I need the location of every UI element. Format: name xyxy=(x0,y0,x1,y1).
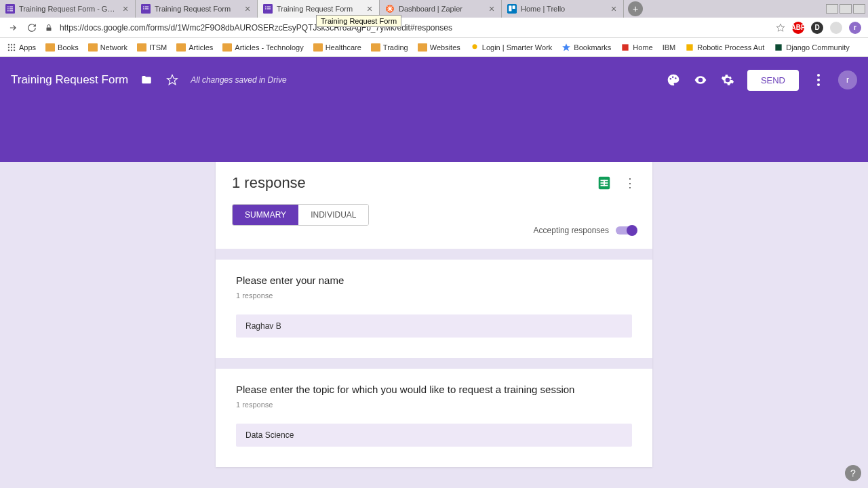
bookmark-link[interactable]: Login | Smarter Work xyxy=(470,43,553,52)
svg-point-41 xyxy=(817,83,820,86)
bookmarks-bar: Apps Books Network ITSM Articles Article… xyxy=(0,38,868,57)
bookmark-folder[interactable]: Articles - Technology xyxy=(222,43,303,52)
close-window-button[interactable] xyxy=(853,4,865,14)
svg-rect-5 xyxy=(7,10,9,11)
svg-point-27 xyxy=(14,46,15,47)
sheets-button[interactable] xyxy=(597,176,612,190)
svg-rect-8 xyxy=(143,7,144,7)
tab-tooltip: Training Request Form xyxy=(316,15,401,27)
folder-icon xyxy=(88,43,98,52)
response-answer: Raghav B xyxy=(236,314,632,338)
apps-icon xyxy=(7,43,16,52)
svg-rect-18 xyxy=(507,4,517,14)
maximize-button[interactable] xyxy=(840,4,852,14)
bookmark-link[interactable]: Bookmarks xyxy=(561,43,611,52)
bookmark-link[interactable]: IBM xyxy=(663,43,676,52)
svg-rect-19 xyxy=(509,5,511,11)
window-controls xyxy=(826,4,868,14)
folder-icon xyxy=(45,43,55,52)
tab-title: Home | Trello xyxy=(521,5,606,13)
bookmark-folder[interactable]: Books xyxy=(45,43,79,52)
save-status: All changes saved in Drive xyxy=(191,75,286,85)
minimize-button[interactable] xyxy=(826,4,838,14)
forms-header: Training Request Form All changes saved … xyxy=(0,57,868,162)
browser-tab[interactable]: Training Request Form - Google × xyxy=(0,0,136,18)
star-button[interactable] xyxy=(165,73,180,87)
close-icon[interactable]: × xyxy=(610,5,618,13)
bookmark-folder[interactable]: Trading xyxy=(371,43,408,52)
avatar[interactable]: r xyxy=(838,70,857,89)
folder-icon xyxy=(418,43,427,52)
svg-rect-14 xyxy=(267,7,271,7)
bulb-icon xyxy=(470,43,479,52)
question-response-count: 1 response xyxy=(236,401,632,409)
accepting-toggle[interactable] xyxy=(616,226,636,235)
browser-tab[interactable]: Home | Trello × xyxy=(502,0,624,18)
tab-title: Training Request Form xyxy=(155,5,239,13)
summary-button[interactable]: SUMMARY xyxy=(233,205,298,225)
bookmark-apps[interactable]: Apps xyxy=(7,43,36,52)
question-block: Please enter your name 1 response Raghav… xyxy=(216,260,652,358)
individual-button[interactable]: INDIVIDUAL xyxy=(298,205,368,225)
google-forms-icon xyxy=(263,4,273,14)
close-icon[interactable]: × xyxy=(243,5,252,13)
svg-rect-20 xyxy=(513,5,515,9)
extension-icon[interactable]: D xyxy=(811,22,823,34)
tab-title: Training Request Form xyxy=(277,5,361,13)
folder-icon xyxy=(313,43,323,52)
bookmark-link[interactable]: Home xyxy=(620,43,652,52)
form-title[interactable]: Training Request Form xyxy=(11,73,128,87)
view-toggle: SUMMARY INDIVIDUAL xyxy=(232,204,369,226)
folder-button[interactable] xyxy=(139,73,154,87)
google-forms-icon xyxy=(5,4,15,14)
close-icon[interactable]: × xyxy=(488,5,496,13)
folder-icon xyxy=(222,43,232,52)
new-tab-button[interactable]: + xyxy=(628,1,643,16)
bookmark-folder[interactable]: Websites xyxy=(418,43,460,52)
close-icon[interactable]: × xyxy=(366,5,374,13)
bookmark-link[interactable]: Django Community xyxy=(774,43,850,52)
browser-tab-strip: Training Request Form - Google × Trainin… xyxy=(0,0,868,18)
star-icon[interactable] xyxy=(776,23,785,33)
svg-rect-10 xyxy=(143,8,144,9)
svg-point-40 xyxy=(817,79,820,81)
rpa-icon xyxy=(685,43,694,52)
bookmark-folder[interactable]: ITSM xyxy=(137,43,167,52)
svg-point-25 xyxy=(8,46,9,47)
send-button[interactable]: SEND xyxy=(747,70,799,91)
abp-icon[interactable]: ABP xyxy=(792,22,804,34)
settings-button[interactable] xyxy=(720,73,735,87)
reload-button[interactable] xyxy=(26,22,38,34)
svg-point-35 xyxy=(669,78,671,80)
bookmark-folder[interactable]: Articles xyxy=(176,43,213,52)
svg-point-26 xyxy=(11,46,12,47)
extension-icon[interactable] xyxy=(830,22,842,34)
more-options-button[interactable]: ⋮ xyxy=(624,176,636,190)
help-button[interactable]: ? xyxy=(845,465,861,481)
tab-title: Training Request Form - Google xyxy=(19,5,117,13)
url-field[interactable]: https://docs.google.com/forms/d/1Wmc2F9O… xyxy=(60,23,769,33)
close-icon[interactable]: × xyxy=(121,5,130,13)
svg-rect-32 xyxy=(623,44,629,50)
folder-icon xyxy=(371,43,380,52)
svg-point-28 xyxy=(8,49,9,50)
svg-rect-3 xyxy=(7,8,9,9)
palette-button[interactable] xyxy=(666,73,681,87)
folder-icon xyxy=(176,43,186,52)
address-bar: https://docs.google.com/forms/d/1Wmc2F9O… xyxy=(0,18,868,38)
preview-button[interactable] xyxy=(693,73,708,87)
forward-button[interactable] xyxy=(7,22,19,34)
question-title: Please enter your name xyxy=(236,274,632,286)
bookmark-folder[interactable]: Healthcare xyxy=(313,43,361,52)
browser-tab[interactable]: Training Request Form × xyxy=(136,0,258,18)
svg-point-37 xyxy=(675,77,677,79)
bookmark-link[interactable]: Robotic Process Aut xyxy=(685,43,764,52)
more-button[interactable] xyxy=(811,73,826,87)
profile-icon[interactable]: r xyxy=(849,22,861,34)
svg-rect-9 xyxy=(145,7,149,7)
svg-point-22 xyxy=(8,43,9,45)
svg-rect-6 xyxy=(9,10,13,11)
accepting-label: Accepting responses xyxy=(534,226,609,235)
bookmark-folder[interactable]: Network xyxy=(88,43,127,52)
svg-point-29 xyxy=(11,49,12,50)
